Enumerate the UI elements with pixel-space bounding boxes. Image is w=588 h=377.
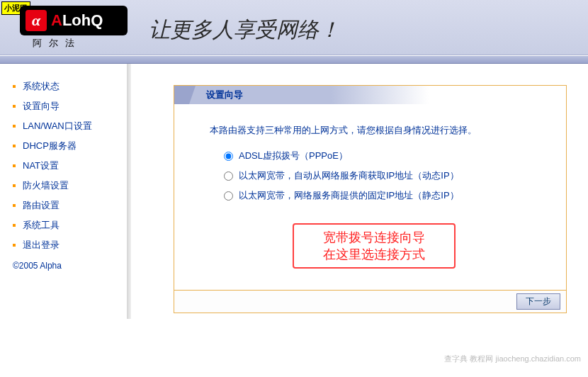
annotation-line1: 宽带拨号连接向导	[304, 229, 444, 246]
logo-text: ALohQ	[51, 11, 103, 30]
nav-logout[interactable]: 退出登录	[13, 235, 124, 255]
logo-icon: α	[26, 10, 47, 31]
option-dynamic-ip[interactable]: 以太网宽带，自动从网络服务商获取IP地址（动态IP）	[224, 169, 538, 182]
panel-body: 本路由器支持三种常用的上网方式，请您根据自身情况进行选择。 ADSL虚拟拨号（P…	[174, 104, 566, 290]
nav-system-status[interactable]: 系统状态	[13, 77, 124, 96]
option-label: 以太网宽带，自动从网络服务商获取IP地址（动态IP）	[239, 169, 459, 182]
nav-lan-wan[interactable]: LAN/WAN口设置	[13, 116, 124, 136]
sidebar: 系统状态 设置向导 LAN/WAN口设置 DHCP服务器 NAT设置 防火墙设置…	[0, 64, 124, 319]
annotation-callout: 宽带拨号连接向导 在这里选连接方式	[293, 223, 456, 269]
wizard-panel: 设置向导 本路由器支持三种常用的上网方式，请您根据自身情况进行选择。 ADSL虚…	[174, 85, 567, 313]
radio-static[interactable]	[224, 191, 233, 201]
nav-nat[interactable]: NAT设置	[13, 156, 124, 176]
panel-footer: 下一步	[174, 290, 566, 313]
option-label: 以太网宽带，网络服务商提供的固定IP地址（静态IP）	[239, 189, 459, 202]
logo-subtitle: 阿尔法	[33, 37, 81, 50]
nav-setup-wizard[interactable]: 设置向导	[13, 96, 124, 116]
nav-routing[interactable]: 路由设置	[13, 196, 124, 215]
option-pppoe[interactable]: ADSL虚拟拨号（PPPoE）	[224, 150, 538, 162]
instruction-text: 本路由器支持三种常用的上网方式，请您根据自身情况进行选择。	[210, 124, 538, 137]
nav-list: 系统状态 设置向导 LAN/WAN口设置 DHCP服务器 NAT设置 防火墙设置…	[13, 77, 124, 255]
panel-header: 设置向导	[174, 86, 566, 104]
radio-dynamic[interactable]	[224, 171, 233, 181]
panel-title: 设置向导	[206, 89, 243, 101]
nav-dhcp[interactable]: DHCP服务器	[13, 136, 124, 156]
option-label: ADSL虚拟拨号（PPPoE）	[239, 150, 348, 162]
copyright: ©2005 Alpha	[13, 261, 124, 271]
radio-pppoe[interactable]	[224, 152, 233, 161]
nav-system-tools[interactable]: 系统工具	[13, 215, 124, 235]
nav-firewall[interactable]: 防火墙设置	[13, 176, 124, 196]
header: 小泥巴 α ALohQ 阿尔法 让更多人享受网络！	[0, 0, 588, 55]
slogan: 让更多人享受网络！	[149, 16, 340, 45]
main-panel-area: 设置向导 本路由器支持三种常用的上网方式，请您根据自身情况进行选择。 ADSL虚…	[131, 64, 588, 319]
annotation-line2: 在这里选连接方式	[304, 246, 444, 263]
separator-bar	[0, 55, 588, 64]
logo: α ALohQ	[20, 6, 128, 35]
next-button[interactable]: 下一步	[516, 293, 560, 310]
watermark: 查字典 教程网 jiaocheng.chazidian.com	[444, 354, 581, 364]
option-static-ip[interactable]: 以太网宽带，网络服务商提供的固定IP地址（静态IP）	[224, 189, 538, 202]
content-area: 系统状态 设置向导 LAN/WAN口设置 DHCP服务器 NAT设置 防火墙设置…	[0, 64, 588, 319]
